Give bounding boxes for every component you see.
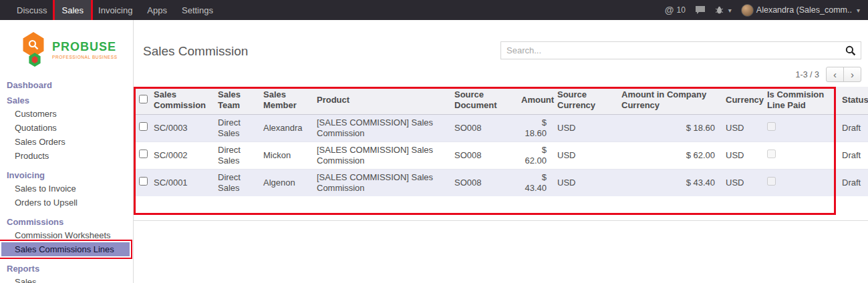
menu-sales[interactable]: Sales [55, 0, 92, 20]
cell-product: [SALES COMMISSION] Sales Commission [311, 169, 449, 196]
caret-down-icon: ▾ [857, 7, 860, 14]
paid-checkbox [767, 122, 776, 131]
col-product[interactable]: Product [311, 87, 449, 114]
cell-sales-member: Algenon [258, 169, 311, 196]
cell-status: Draft [837, 142, 868, 169]
mention-counter[interactable]: @ 10 [665, 5, 686, 15]
pager-range: 1-3 / 3 [796, 70, 819, 79]
row-checkbox[interactable] [139, 150, 148, 158]
cell-sales-member: Alexandra [258, 114, 311, 142]
cell-source-document: SO008 [449, 114, 516, 142]
sidebar-item-customers[interactable]: Customers [0, 107, 133, 121]
cell-amount-company: $ 62.00 [616, 142, 720, 169]
topbar: Discuss Sales Invoicing Apps Settings @ … [0, 0, 868, 20]
chevron-left-icon: ‹ [833, 69, 837, 79]
sidebar-item-reports-sales[interactable]: Sales [0, 275, 133, 283]
menu-settings[interactable]: Settings [174, 0, 221, 20]
caret-down-icon: ▾ [728, 7, 732, 14]
menu-discuss[interactable]: Discuss [9, 0, 55, 20]
cell-product: [SALES COMMISSION] Sales Commission [311, 142, 449, 169]
cell-product: [SALES COMMISSION] Sales Commission [311, 114, 449, 142]
sidebar-item-reports[interactable]: Reports [0, 262, 133, 275]
speech-bubble-icon [695, 5, 706, 15]
nav-section-dashboard: Dashboard [0, 79, 133, 91]
cell-sales-team: Direct Sales [212, 114, 258, 142]
page-title: Sales Commission [143, 44, 248, 59]
sidebar-item-commissions[interactable]: Commissions [0, 216, 133, 228]
select-all-checkbox[interactable] [139, 95, 148, 103]
row-checkbox[interactable] [139, 177, 148, 186]
sidebar-item-quotations[interactable]: Quotations [0, 121, 133, 135]
cell-currency: USD [720, 142, 762, 169]
paid-checkbox [767, 150, 776, 158]
cell-sales-commission: SC/0002 [148, 142, 212, 169]
sidebar-item-invoicing[interactable]: Invoicing [0, 169, 133, 182]
logo-subtitle: PROFESSIONAL BUSINESS [52, 55, 118, 59]
cell-source-currency: USD [552, 142, 616, 169]
user-menu[interactable]: Alexandra (Sales_comm.. ▾ [741, 4, 860, 17]
sidebar: PROBUSE PROFESSIONAL BUSINESS Dashboard … [0, 20, 134, 283]
pager-next-button[interactable]: › [843, 67, 861, 82]
table-row[interactable]: SC/0002 Direct Sales Mickon [SALES COMMI… [134, 142, 868, 169]
cell-source-currency: USD [552, 169, 616, 196]
col-amount-in-company-currency[interactable]: Amount in Company Currency [616, 87, 720, 114]
debug-menu[interactable]: ▾ [715, 6, 732, 15]
cell-status: Draft [837, 114, 868, 142]
search-input[interactable] [501, 45, 841, 55]
pager-previous-button[interactable]: ‹ [826, 67, 844, 82]
sidebar-item-sales-commissions-lines[interactable]: Sales Commissions Lines [1, 242, 130, 256]
sidebar-item-sales[interactable]: Sales [0, 94, 133, 107]
red-hexagon-icon [31, 56, 38, 63]
col-currency[interactable]: Currency [720, 87, 762, 114]
main-content: Sales Commission 1-3 / 3 ‹ [134, 20, 868, 283]
cell-sales-member: Mickon [258, 142, 311, 169]
cell-amount: $ 43.40 [516, 169, 552, 196]
cell-source-document: SO008 [449, 169, 516, 196]
menu-invoicing[interactable]: Invoicing [91, 0, 140, 20]
commission-table: Sales Commission Sales Team Sales Member… [134, 87, 868, 196]
paid-checkbox [767, 177, 776, 186]
col-is-commision-line-paid[interactable]: Is Commision Line Paid [762, 87, 837, 114]
nav-section-reports: Reports Sales [0, 262, 133, 283]
search-icon[interactable] [841, 45, 861, 56]
col-status[interactable]: Status [837, 87, 868, 114]
avatar [741, 4, 754, 17]
probuse-logo[interactable]: PROBUSE PROFESSIONAL BUSINESS [0, 27, 133, 76]
search-box [500, 41, 861, 59]
logo-text: PROBUSE PROFESSIONAL BUSINESS [52, 40, 118, 59]
app-root: Discuss Sales Invoicing Apps Settings @ … [0, 0, 868, 283]
cell-amount-company: $ 43.40 [616, 169, 720, 196]
table-row[interactable]: SC/0001 Direct Sales Algenon [SALES COMM… [134, 169, 868, 196]
nav-section-sales: Sales Customers Quotations Sales Orders … [0, 94, 133, 163]
at-icon: @ [665, 5, 674, 15]
col-source-document[interactable]: Source Document [449, 87, 516, 114]
sidebar-item-sales-to-invoice[interactable]: Sales to Invoice [0, 182, 133, 196]
cell-is-paid [762, 114, 837, 142]
menu-apps[interactable]: Apps [140, 0, 174, 20]
col-amount[interactable]: Amount [516, 87, 552, 114]
col-sales-team[interactable]: Sales Team [212, 87, 258, 114]
sidebar-item-orders-to-upsell[interactable]: Orders to Upsell [0, 196, 133, 210]
sidebar-item-sales-orders[interactable]: Sales Orders [0, 135, 133, 149]
sidebar-item-dashboard[interactable]: Dashboard [0, 79, 133, 91]
cell-currency: USD [720, 114, 762, 142]
main-menu: Discuss Sales Invoicing Apps Settings [0, 0, 221, 20]
control-panel: Sales Commission 1-3 / 3 ‹ [134, 20, 868, 87]
cell-select [134, 142, 148, 169]
cell-sales-commission: SC/0003 [148, 114, 212, 142]
messages-icon[interactable] [695, 5, 706, 15]
user-name: Alexandra (Sales_comm.. [756, 5, 852, 15]
empty-list-area [134, 196, 868, 215]
col-sales-member[interactable]: Sales Member [258, 87, 311, 114]
row-checkbox[interactable] [139, 122, 148, 131]
sidebar-item-products[interactable]: Products [0, 149, 133, 163]
sidebar-nav: Dashboard Sales Customers Quotations Sal… [0, 79, 133, 283]
cell-sales-team: Direct Sales [212, 142, 258, 169]
col-sales-commission[interactable]: Sales Commission [148, 87, 212, 114]
table-body: SC/0003 Direct Sales Alexandra [SALES CO… [134, 114, 868, 196]
col-source-currency[interactable]: Source Currency [552, 87, 616, 114]
nav-section-commissions: Commissions Commission Worksheets Sales … [0, 216, 133, 256]
table-row[interactable]: SC/0003 Direct Sales Alexandra [SALES CO… [134, 114, 868, 142]
cell-select [134, 114, 148, 142]
sidebar-item-commission-worksheets[interactable]: Commission Worksheets [0, 228, 133, 242]
